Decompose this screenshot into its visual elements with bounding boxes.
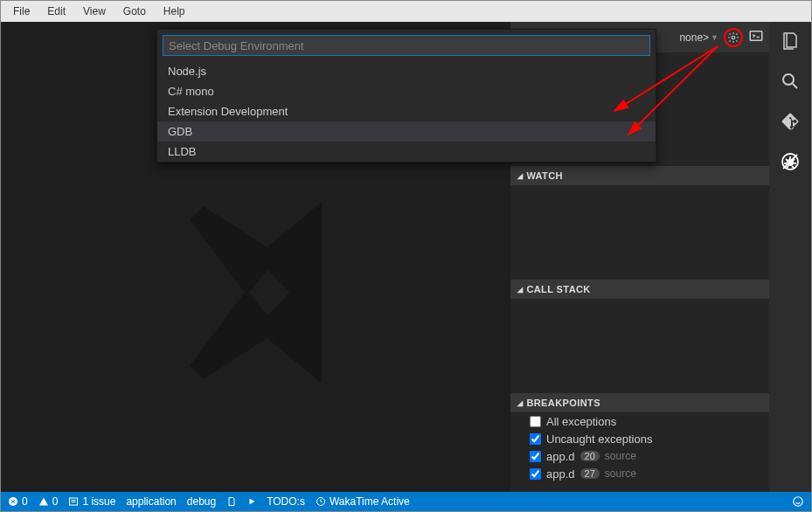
error-count: 0 bbox=[22, 495, 28, 508]
status-errors[interactable]: 0 bbox=[8, 495, 28, 508]
breakpoints-section: ◢ BREAKPOINTS All exceptions Uncaught ex… bbox=[510, 393, 769, 482]
quickpick-item[interactable]: GDB bbox=[157, 121, 656, 142]
git-icon bbox=[780, 111, 801, 132]
status-todos[interactable]: TODO:s bbox=[267, 495, 305, 508]
breakpoint-item[interactable]: app.d 27 source bbox=[510, 465, 769, 482]
breakpoint-uncaught-exceptions[interactable]: Uncaught exceptions bbox=[510, 430, 769, 447]
clock-icon bbox=[316, 496, 326, 507]
quickpick: Node.jsC# monoExtension DevelopmentGDBLL… bbox=[156, 29, 656, 163]
status-mode[interactable]: debug bbox=[187, 495, 216, 508]
files-icon bbox=[780, 31, 801, 52]
quickpick-list: Node.jsC# monoExtension DevelopmentGDBLL… bbox=[157, 61, 656, 162]
breakpoint-item[interactable]: app.d 20 source bbox=[510, 447, 769, 465]
search-icon bbox=[780, 71, 801, 92]
activity-bar bbox=[769, 22, 811, 492]
bp-line: 20 bbox=[580, 451, 600, 461]
breakpoint-all-exceptions[interactable]: All exceptions bbox=[510, 412, 769, 430]
console-icon bbox=[748, 28, 764, 44]
bp-checkbox[interactable] bbox=[530, 416, 541, 427]
quickpick-item[interactable]: LLDB bbox=[157, 142, 656, 162]
bp-type: source bbox=[605, 467, 636, 480]
list-icon bbox=[68, 496, 79, 507]
vscode-logo-watermark bbox=[158, 179, 385, 410]
chevron-down-icon: ▼ bbox=[711, 33, 718, 42]
watch-section: ◢ WATCH bbox=[510, 166, 769, 280]
bp-line: 27 bbox=[580, 468, 600, 479]
smiley-icon bbox=[792, 495, 804, 508]
status-application[interactable]: application bbox=[126, 495, 176, 508]
breakpoints-title: BREAKPOINTS bbox=[526, 398, 600, 408]
bp-type: source bbox=[605, 450, 636, 462]
search-tab[interactable] bbox=[778, 69, 802, 93]
bp-file: app.d bbox=[546, 450, 575, 463]
quickpick-input[interactable] bbox=[163, 35, 650, 56]
callstack-title: CALL STACK bbox=[526, 284, 590, 294]
quickpick-item[interactable]: Extension Development bbox=[157, 101, 656, 121]
quickpick-item[interactable]: Node.js bbox=[157, 61, 656, 81]
menu-help[interactable]: Help bbox=[155, 3, 194, 19]
bp-label: Uncaught exceptions bbox=[546, 432, 652, 446]
git-tab[interactable] bbox=[778, 109, 802, 134]
menu-file[interactable]: File bbox=[4, 3, 38, 19]
play-icon bbox=[247, 497, 256, 506]
debug-tab[interactable] bbox=[778, 149, 802, 174]
file-icon bbox=[226, 496, 237, 507]
breakpoints-header[interactable]: ◢ BREAKPOINTS bbox=[510, 393, 769, 412]
twisty-down-icon: ◢ bbox=[517, 286, 523, 294]
svg-rect-1 bbox=[750, 31, 762, 40]
callstack-section: ◢ CALL STACK bbox=[510, 280, 769, 393]
statusbar: 0 0 1 issue application debug TODO:s Wak… bbox=[1, 492, 811, 511]
callstack-body[interactable] bbox=[510, 299, 769, 393]
svg-point-11 bbox=[794, 497, 803, 507]
configure-gear-button[interactable] bbox=[724, 28, 743, 47]
gear-icon bbox=[727, 31, 739, 44]
status-feedback[interactable] bbox=[792, 495, 804, 508]
twisty-down-icon: ◢ bbox=[517, 399, 523, 407]
svg-point-0 bbox=[732, 36, 735, 39]
bp-checkbox[interactable] bbox=[530, 451, 541, 462]
watch-header[interactable]: ◢ WATCH bbox=[510, 166, 769, 185]
bp-file: app.d bbox=[546, 467, 575, 481]
watch-title: WATCH bbox=[526, 170, 563, 181]
breakpoints-body: All exceptions Uncaught exceptions app.d… bbox=[510, 412, 769, 482]
status-play[interactable] bbox=[247, 497, 256, 506]
menu-goto[interactable]: Goto bbox=[115, 3, 155, 19]
menu-edit[interactable]: Edit bbox=[38, 3, 74, 19]
explorer-tab[interactable] bbox=[778, 29, 802, 53]
bp-checkbox[interactable] bbox=[530, 433, 541, 445]
debug-config-value: none> bbox=[679, 31, 709, 44]
issues-label: 1 issue bbox=[82, 495, 115, 508]
bp-checkbox[interactable] bbox=[530, 468, 541, 480]
menu-view[interactable]: View bbox=[74, 3, 115, 19]
wakatime-label: WakaTime Active bbox=[330, 495, 410, 508]
quickpick-item[interactable]: C# mono bbox=[157, 81, 656, 101]
status-file-icon[interactable] bbox=[226, 496, 237, 507]
warning-count: 0 bbox=[52, 495, 59, 508]
debug-config-dropdown[interactable]: none> ▼ bbox=[679, 31, 718, 44]
bug-icon bbox=[780, 151, 801, 172]
debug-console-button[interactable] bbox=[748, 28, 764, 47]
warning-icon bbox=[38, 496, 49, 507]
callstack-header[interactable]: ◢ CALL STACK bbox=[510, 280, 769, 299]
status-wakatime[interactable]: WakaTime Active bbox=[316, 495, 410, 508]
twisty-down-icon: ◢ bbox=[517, 172, 523, 180]
error-icon bbox=[8, 496, 18, 507]
menubar: File Edit View Goto Help bbox=[1, 1, 811, 22]
watch-body[interactable] bbox=[510, 185, 769, 280]
status-issues[interactable]: 1 issue bbox=[68, 495, 115, 508]
status-warnings[interactable]: 0 bbox=[38, 495, 59, 508]
bp-label: All exceptions bbox=[546, 415, 616, 428]
svg-point-2 bbox=[783, 74, 794, 85]
